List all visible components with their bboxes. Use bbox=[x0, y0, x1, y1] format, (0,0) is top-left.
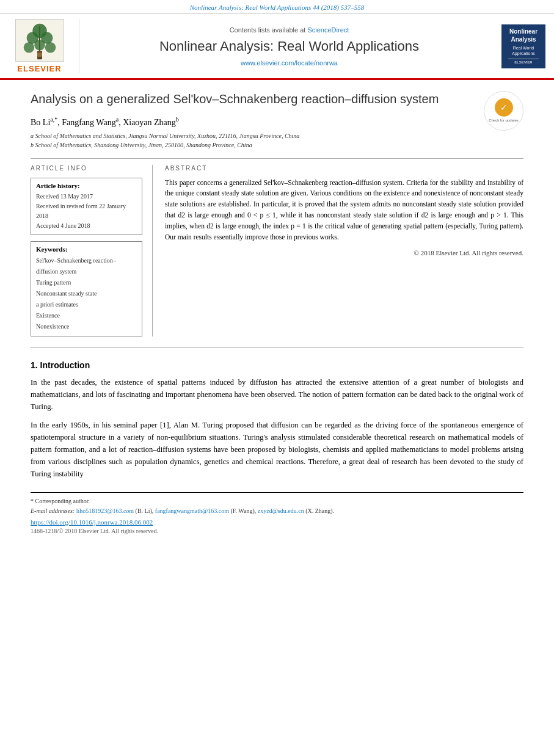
svg-point-8 bbox=[45, 42, 56, 53]
email3-author: (X. Zhang). bbox=[305, 507, 334, 514]
keyword-5: Existence bbox=[36, 310, 137, 321]
journal-header: ELSEVIER Contents lists available at Sci… bbox=[0, 14, 554, 80]
abstract-text: This paper concerns a generalized Sel'ko… bbox=[165, 178, 523, 243]
sciencedirect-link[interactable]: Contents lists available at ScienceDirec… bbox=[230, 26, 349, 34]
check-icon: ✓ bbox=[495, 98, 513, 117]
elsevier-wordmark: ELSEVIER bbox=[17, 64, 61, 73]
journal-citation-text: Nonlinear Analysis: Real World Applicati… bbox=[190, 4, 364, 11]
abstract-column: ABSTRACT This paper concerns a generaliz… bbox=[165, 165, 523, 336]
keywords-block: Keywords: Sel'kov–Schnakenberg reaction–… bbox=[31, 241, 142, 336]
journal-logo-right: NonlinearAnalysis Real WorldApplications… bbox=[499, 19, 548, 73]
contents-label: Contents lists available at bbox=[230, 26, 306, 34]
email3-link[interactable]: zxyzd@sdu.edu.cn bbox=[258, 507, 304, 514]
revised-date: Received in revised form 22 January 2018 bbox=[36, 202, 137, 221]
introduction-section: 1. Introduction In the past decades, the… bbox=[31, 360, 523, 480]
journal-center-info: Contents lists available at ScienceDirec… bbox=[86, 19, 493, 73]
journal-name: Nonlinear Analysis: Real World Applicati… bbox=[159, 38, 419, 54]
sciencedirect-anchor[interactable]: ScienceDirect bbox=[307, 26, 349, 34]
intro-heading: Introduction bbox=[40, 360, 90, 370]
doi-line[interactable]: https://doi.org/10.1016/j.nonrwa.2018.06… bbox=[31, 518, 523, 526]
article-info-heading: ARTICLE INFO bbox=[31, 165, 142, 172]
intro-number: 1. bbox=[31, 360, 38, 370]
email2-link[interactable]: fangfangwangmath@163.com bbox=[155, 507, 229, 514]
footnote-corresponding: * Corresponding author. bbox=[31, 496, 523, 506]
email-label: E-mail addresses: bbox=[31, 507, 75, 514]
author3-sup: b bbox=[176, 116, 179, 123]
email2-author: (F. Wang), bbox=[230, 507, 256, 514]
affil-a: a School of Mathematics and Statistics, … bbox=[31, 131, 523, 140]
abstract-heading: ABSTRACT bbox=[165, 165, 523, 172]
badge-subtitle: Real WorldApplications bbox=[512, 45, 535, 56]
article-info-column: ARTICLE INFO Article history: Received 1… bbox=[31, 165, 153, 336]
check-updates-label: Check for updates bbox=[489, 118, 519, 123]
paper-title-area: Analysis on a generalized Sel'kov–Schnak… bbox=[31, 91, 523, 107]
copyright-footer: 1468-1218/© 2018 Elsevier Ltd. All right… bbox=[31, 528, 523, 534]
svg-point-6 bbox=[23, 42, 34, 53]
email1-author: (B. Li), bbox=[136, 507, 154, 514]
divider-1 bbox=[31, 158, 523, 159]
history-content: Received 13 May 2017 Received in revised… bbox=[36, 192, 137, 231]
doi-link[interactable]: https://doi.org/10.1016/j.nonrwa.2018.06… bbox=[31, 518, 153, 526]
author1-name: Bo Li bbox=[31, 118, 50, 127]
main-content: Analysis on a generalized Sel'kov–Schnak… bbox=[0, 80, 554, 540]
article-history-block: Article history: Received 13 May 2017 Re… bbox=[31, 178, 142, 235]
email1-link[interactable]: liho5181923@163.com bbox=[76, 507, 134, 514]
history-title: Article history: bbox=[36, 182, 137, 189]
affiliations: a School of Mathematics and Statistics, … bbox=[31, 131, 523, 150]
footnote-area: * Corresponding author. E-mail addresses… bbox=[31, 492, 523, 534]
keywords-title: Keywords: bbox=[36, 245, 137, 253]
author2-name: , Fangfang Wang bbox=[57, 118, 115, 127]
keywords-list: Sel'kov–Schnakenberg reaction–diffusion … bbox=[36, 255, 137, 332]
nonlinear-analysis-badge: NonlinearAnalysis Real WorldApplications… bbox=[501, 24, 545, 68]
badge-title: NonlinearAnalysis bbox=[509, 27, 538, 43]
keyword-4: a priori estimates bbox=[36, 299, 137, 310]
svg-point-9 bbox=[37, 53, 42, 57]
received-date: Received 13 May 2017 bbox=[36, 192, 137, 202]
authors-line: Bo Lia,*, Fangfang Wanga, Xiaoyan Zhangb bbox=[31, 116, 523, 128]
author3-name: , Xiaoyan Zhang bbox=[118, 118, 176, 127]
affil-b: b School of Mathematics, Shandong Univer… bbox=[31, 140, 523, 150]
footnote-star: * Corresponding author. bbox=[31, 498, 90, 504]
journal-url[interactable]: www.elsevier.com/locate/nonrwa bbox=[241, 59, 338, 67]
check-updates-badge[interactable]: ✓ Check for updates bbox=[484, 91, 523, 131]
keyword-2: Turing pattern bbox=[36, 277, 137, 288]
keyword-3: Nonconstant steady state bbox=[36, 288, 137, 299]
intro-para-2: In the early 1950s, in his seminal paper… bbox=[31, 419, 523, 480]
journal-citation-bar: Nonlinear Analysis: Real World Applicati… bbox=[0, 0, 554, 14]
keyword-6: Nonexistence bbox=[36, 321, 137, 332]
accepted-date: Accepted 4 June 2018 bbox=[36, 221, 137, 231]
divider-2 bbox=[31, 347, 523, 348]
intro-title: 1. Introduction bbox=[31, 360, 523, 370]
intro-para-1: In the past decades, the existence of sp… bbox=[31, 376, 523, 413]
keyword-1: Sel'kov–Schnakenberg reaction–diffusion … bbox=[36, 255, 137, 277]
elsevier-logo-area: ELSEVIER bbox=[6, 19, 79, 73]
badge-publisher: ELSEVIER bbox=[514, 60, 532, 65]
svg-point-7 bbox=[34, 40, 45, 51]
two-column-section: ARTICLE INFO Article history: Received 1… bbox=[31, 165, 523, 336]
paper-title-text: Analysis on a generalized Sel'kov–Schnak… bbox=[31, 92, 439, 106]
elsevier-tree-icon bbox=[15, 19, 64, 62]
footnote-emails: E-mail addresses: liho5181923@163.com (B… bbox=[31, 506, 523, 516]
author1-sup: a,* bbox=[50, 116, 57, 123]
abstract-copyright: © 2018 Elsevier Ltd. All rights reserved… bbox=[165, 249, 523, 256]
